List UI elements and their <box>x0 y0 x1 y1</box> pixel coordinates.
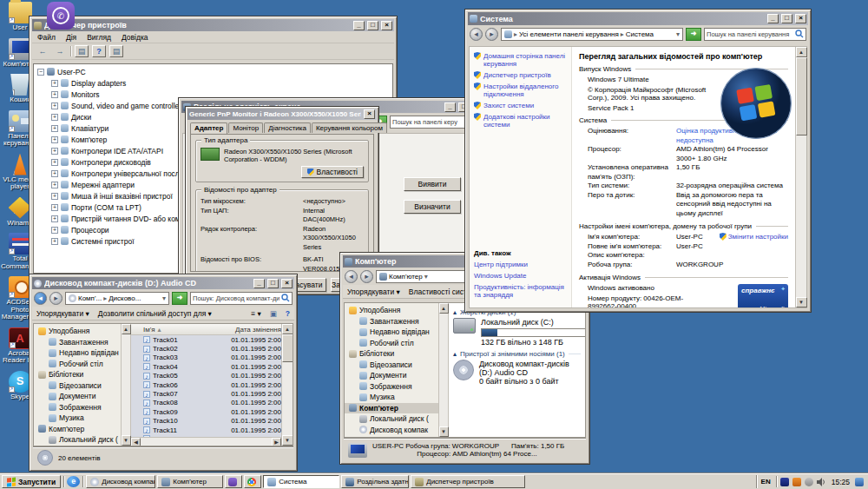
sidebar-link[interactable]: Диспетчер пристроїв <box>474 71 567 79</box>
breadcrumb-item[interactable]: Усі елементи панелі керування <box>519 30 619 38</box>
file-row[interactable]: ♪Track10 01.01.1995 2:00 <box>131 417 281 426</box>
nav-item[interactable]: Недавно відвідан <box>34 347 121 359</box>
expand-icon[interactable]: + <box>51 170 58 177</box>
genuine-microsoft-badge[interactable]: ✦ справжнє Microsoft <box>738 284 788 307</box>
nav-item[interactable]: Завантаження <box>34 337 121 348</box>
nav-item[interactable]: Відеозаписи <box>34 380 121 392</box>
minimize-button[interactable]: _ <box>767 14 779 23</box>
nav-item[interactable]: Робочий стіл <box>345 338 438 349</box>
task-button[interactable]: Диспетчер пристроїв <box>411 475 525 488</box>
nav-item[interactable]: Уподобання <box>345 305 438 316</box>
nav-item[interactable]: Комп'ютер <box>34 424 121 435</box>
tab[interactable]: Монітор <box>228 122 263 133</box>
nav-scrollbar[interactable]: ▲ ▼ <box>438 303 449 437</box>
nav-scrollbar[interactable]: ▲ ▼ <box>121 324 131 446</box>
titlebar[interactable]: Дисковод компакт-дисків (D:) Audio CD _ … <box>32 277 294 289</box>
scroll-down-icon[interactable]: ▼ <box>122 435 131 446</box>
back-icon[interactable]: ← <box>36 45 49 57</box>
sidebar-link-label[interactable]: Захист системи <box>483 102 534 109</box>
breadcrumb-item[interactable]: Система <box>626 30 654 38</box>
tab[interactable]: Керування кольором <box>312 122 387 133</box>
file-row[interactable]: ♪Track01 01.01.1995 2:00 <box>131 335 281 344</box>
chevron-down-icon[interactable]: ▾ <box>162 294 166 302</box>
expand-icon[interactable]: + <box>51 215 58 222</box>
breadcrumb[interactable]: ▸ Усі елементи панелі керування ▸ Систем… <box>501 28 683 41</box>
search-input[interactable] <box>707 30 793 38</box>
nav-item[interactable]: Відеозаписи <box>345 360 438 371</box>
expand-icon[interactable]: + <box>51 238 58 245</box>
expand-icon[interactable]: + <box>51 114 58 121</box>
expand-icon[interactable]: + <box>51 204 58 211</box>
scroll-right-icon[interactable]: ▶ <box>272 438 281 446</box>
scroll-left-icon[interactable]: ◀ <box>131 438 141 446</box>
breadcrumb-item[interactable]: Комп'... <box>78 294 102 302</box>
scroll-up-icon[interactable]: ▲ <box>796 47 807 57</box>
back-button[interactable]: ◂ <box>345 270 358 283</box>
menu-item[interactable]: Дія <box>66 33 76 42</box>
column-date-modified[interactable]: Дата змінення <box>233 326 281 334</box>
command-button[interactable]: Дозволити спільний доступ для ▾ <box>98 309 212 318</box>
nav-item[interactable]: Зображення <box>345 381 438 393</box>
forward-button[interactable]: ▸ <box>360 270 373 283</box>
scroll-down-icon[interactable]: ▼ <box>439 426 449 437</box>
expand-icon[interactable]: + <box>51 159 58 166</box>
maximize-button[interactable]: □ <box>367 21 378 30</box>
identify-button[interactable]: Визначити <box>404 200 461 214</box>
sidebar-link[interactable]: Домашня сторінка панелі керування <box>474 52 567 68</box>
detect-button[interactable]: Виявити <box>404 177 461 191</box>
scroll-thumb[interactable] <box>282 334 293 362</box>
nav-item[interactable]: Робочий стіл <box>34 359 121 370</box>
section-collapse-icon[interactable]: ▴ <box>453 350 457 358</box>
help-icon[interactable]: ? <box>286 309 290 318</box>
search-input[interactable] <box>392 118 470 126</box>
see-also-link[interactable]: Центр підтримки <box>474 261 567 268</box>
nav-item[interactable]: Музика <box>345 392 438 403</box>
sidebar-link[interactable]: Настройки віддаленого підключення <box>474 83 567 98</box>
close-button[interactable]: × <box>364 109 375 119</box>
start-button[interactable]: Запустити <box>2 475 61 488</box>
task-button[interactable] <box>225 475 242 488</box>
breadcrumb[interactable]: Комп'... ▸ Дисково... ▾ <box>65 292 169 305</box>
file-row[interactable]: ♪Track11 01.01.1995 2:00 <box>131 426 281 434</box>
nav-item[interactable]: Уподобання <box>34 326 121 337</box>
file-row[interactable]: ♪Track02 01.01.1995 2:00 <box>131 344 281 353</box>
expand-icon[interactable]: + <box>51 193 58 200</box>
expand-icon[interactable]: + <box>51 182 58 188</box>
back-button[interactable]: ◂ <box>34 292 47 305</box>
task-button[interactable]: Система <box>263 475 339 488</box>
task-button[interactable]: Роздільна здатність ек... <box>341 475 409 488</box>
sidebar-link[interactable]: Додаткові настройки системи <box>474 113 567 129</box>
nav-item[interactable]: Документи <box>34 391 121 402</box>
expand-icon[interactable]: + <box>51 80 58 87</box>
scroll-up-icon[interactable]: ▲ <box>439 303 449 314</box>
breadcrumb-item[interactable]: Комп'ютер <box>389 273 423 281</box>
maximize-button[interactable]: □ <box>781 14 792 23</box>
expand-icon[interactable]: + <box>51 102 58 109</box>
nav-item[interactable]: Завантаження <box>345 316 438 327</box>
nav-item[interactable]: Бібліотеки <box>345 348 438 360</box>
task-button[interactable]: Дисковод компакт-дис... <box>86 475 155 488</box>
nav-item[interactable]: Музика <box>34 413 121 424</box>
section-collapse-icon[interactable]: ▴ <box>453 308 457 316</box>
minimize-button[interactable]: _ <box>444 102 456 112</box>
file-row[interactable]: ♪Track05 01.01.1995 2:00 <box>131 372 281 380</box>
file-row[interactable]: ♪Track09 01.01.1995 2:00 <box>131 407 281 416</box>
show-desktop-icon[interactable] <box>855 478 864 486</box>
command-button[interactable]: Упорядкувати ▾ <box>347 287 400 296</box>
nav-item[interactable]: Локальний диск ( <box>345 413 438 425</box>
collapse-icon[interactable]: − <box>37 69 44 76</box>
help-icon[interactable]: ? <box>92 45 106 57</box>
back-button[interactable]: ◂ <box>470 28 483 41</box>
minimize-button[interactable]: _ <box>353 21 365 30</box>
see-also-link[interactable]: Windows Update <box>474 272 567 280</box>
menu-item[interactable]: Вигляд <box>87 33 111 42</box>
file-row[interactable]: ♪Track06 01.01.1995 2:00 <box>131 380 281 389</box>
change-settings-link[interactable]: Змінити настройки <box>720 233 788 241</box>
forward-icon[interactable]: → <box>53 45 67 57</box>
scroll-thumb[interactable] <box>796 57 807 135</box>
close-button[interactable]: × <box>795 14 806 23</box>
window-scrollbar[interactable]: ▲ ▼ <box>795 47 806 307</box>
search-field[interactable] <box>704 28 806 41</box>
nav-item[interactable]: Локальний диск ( <box>34 434 121 446</box>
horizontal-scrollbar[interactable]: ◀ ▶ <box>131 437 281 446</box>
